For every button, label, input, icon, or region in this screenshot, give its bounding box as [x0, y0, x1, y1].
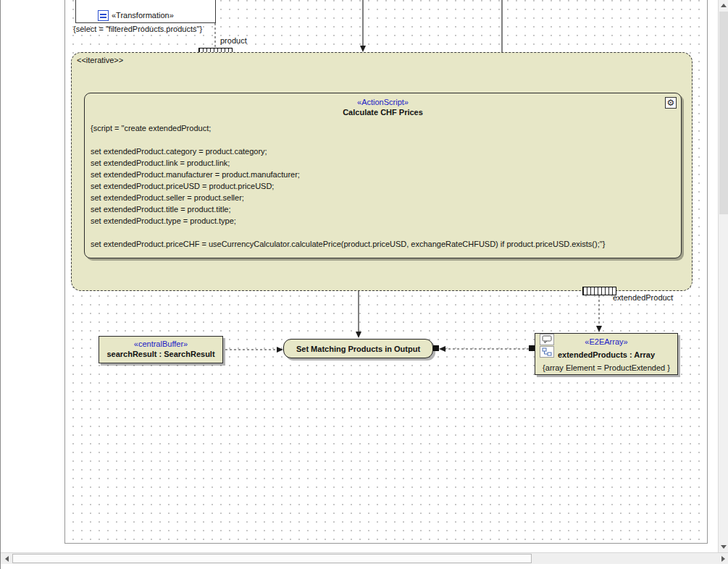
- script-line: set extendedProduct.category = product.c…: [91, 146, 675, 157]
- action-script-body: {script = "create extendedProduct; set e…: [91, 122, 675, 250]
- horizontal-scrollbar-thumb[interactable]: [12, 554, 532, 563]
- central-buffer-name: searchResult : SearchResult: [99, 349, 222, 360]
- iterative-region-label: <<iterative>>: [77, 56, 123, 64]
- array-input-pin[interactable]: [529, 345, 535, 351]
- vertical-scrollbar-thumb[interactable]: [719, 12, 728, 214]
- scroll-left-arrow[interactable]: [1, 553, 12, 564]
- set-matching-products-action[interactable]: Set Matching Products in Output: [283, 339, 433, 358]
- e2e-array-node[interactable]: «E2EArray» extendedProducts : Array {arr…: [535, 333, 678, 375]
- product-edge-label: product: [220, 36, 247, 45]
- vertical-scrollbar[interactable]: [718, 0, 728, 552]
- right-triangle-icon: [721, 556, 725, 562]
- script-line: set extendedProduct.title = product.titl…: [91, 203, 675, 215]
- note-icon: [540, 334, 554, 345]
- action-label: Set Matching Products in Output: [296, 345, 420, 353]
- transformation-select-label: {select = "filteredProducts.products"}: [73, 25, 202, 33]
- action-script-title: Calculate CHF Prices: [91, 107, 675, 118]
- script-line: set extendedProduct.manufacturer = produ…: [91, 169, 675, 180]
- up-triangle-icon: [721, 4, 727, 7]
- central-buffer-node[interactable]: «centralBuffer» searchResult : SearchRes…: [99, 336, 223, 363]
- transformation-icon: [98, 10, 109, 21]
- extended-product-pin[interactable]: [582, 287, 616, 295]
- scroll-up-arrow[interactable]: [719, 0, 728, 11]
- action-script-stereotype: «ActionScript»: [91, 97, 675, 107]
- script-line: set extendedProduct.priceCHF = useCurren…: [91, 238, 675, 250]
- script-line: set extendedProduct.type = product.type;: [91, 215, 675, 227]
- e2e-array-constraint: {array Element = ProductExtended }: [535, 363, 677, 373]
- e2e-array-stereotype: «E2EArray»: [535, 337, 677, 347]
- down-triangle-icon: [721, 545, 727, 549]
- transformation-element[interactable]: «Transformation»: [75, 0, 216, 23]
- central-buffer-stereotype: «centralBuffer»: [99, 339, 222, 349]
- script-line: set extendedProduct.seller = product.sel…: [91, 192, 675, 203]
- horizontal-scrollbar[interactable]: [1, 552, 728, 564]
- script-line: set extendedProduct.priceUSD = product.p…: [91, 180, 675, 192]
- extended-product-edge-label: extendedProduct: [613, 293, 673, 302]
- script-line: [91, 134, 675, 146]
- diagram-canvas[interactable]: «Transformation» {select = "filteredProd…: [1, 0, 718, 552]
- diagram-window: «Transformation» {select = "filteredProd…: [0, 0, 728, 569]
- action-output-pin[interactable]: [433, 345, 439, 351]
- left-triangle-icon: [5, 556, 9, 562]
- scroll-down-arrow[interactable]: [719, 541, 728, 552]
- gear-icon: ⚙: [665, 97, 677, 109]
- script-line: set extendedProduct.link = product.link;: [91, 157, 675, 169]
- script-line: {script = "create extendedProduct;: [91, 122, 675, 134]
- structure-icon: [540, 346, 554, 358]
- transformation-stereotype: «Transformation»: [112, 10, 174, 21]
- action-script-node[interactable]: «ActionScript» Calculate CHF Prices {scr…: [84, 93, 682, 258]
- script-line: [91, 227, 675, 238]
- e2e-array-name: extendedProducts : Array: [535, 350, 677, 360]
- scroll-right-arrow[interactable]: [717, 553, 728, 564]
